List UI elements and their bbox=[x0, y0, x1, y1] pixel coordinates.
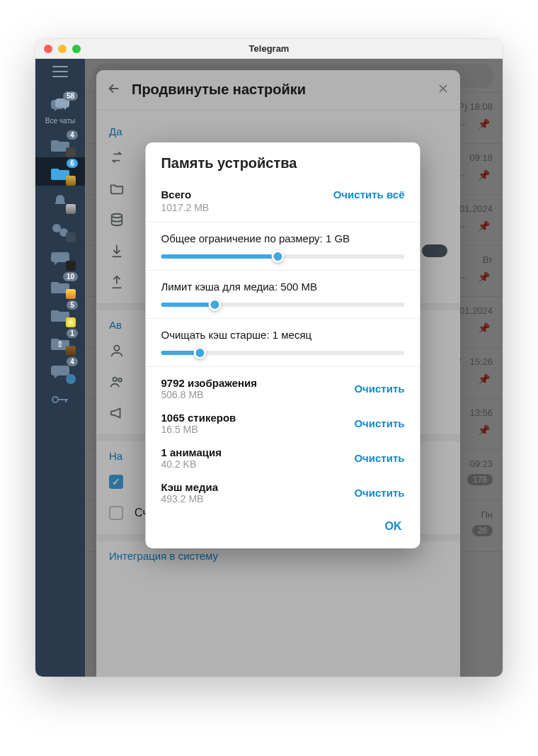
badge: 58 bbox=[63, 91, 78, 101]
badge: 4 bbox=[67, 357, 78, 366]
total-value: 1017.2 MB bbox=[161, 202, 209, 213]
clear-button[interactable]: Очистить bbox=[354, 417, 404, 429]
sidebar-item-label: Все чаты bbox=[45, 117, 75, 125]
ok-button[interactable]: OK bbox=[382, 516, 404, 537]
sidebar-folder-3[interactable] bbox=[35, 186, 85, 214]
badge: 4 bbox=[67, 130, 78, 140]
slider-label: Общее ограничение по размеру: 1 GB bbox=[161, 232, 404, 244]
folder-emoji-icon bbox=[66, 232, 76, 242]
cache-item: 1065 стикеров 16.5 MB Очистить bbox=[145, 406, 420, 441]
sidebar-folder-9[interactable]: 4 bbox=[35, 356, 85, 384]
storage-modal: Память устройства Всего 1017.2 MB Очисти… bbox=[145, 142, 420, 548]
svg-text:₿: ₿ bbox=[58, 340, 62, 348]
badge: 10 bbox=[63, 272, 78, 281]
badge: 5 bbox=[67, 300, 78, 310]
cache-item: 9792 изображения 506.8 MB Очистить bbox=[145, 371, 420, 406]
main-area: Поиск Р) 18:08 ыш... 📌 09:18 ала... 📌 6.… bbox=[85, 59, 503, 677]
cache-item-size: 40.2 KB bbox=[161, 458, 222, 470]
clear-all-button[interactable]: Очистить всё bbox=[333, 188, 405, 201]
folder-emoji-icon bbox=[66, 346, 76, 356]
cache-item-size: 16.5 MB bbox=[161, 424, 236, 435]
size-limit-slider[interactable] bbox=[161, 254, 404, 259]
svg-point-3 bbox=[52, 397, 58, 402]
cache-items-list: 9792 изображения 506.8 MB Очистить 1065 … bbox=[145, 367, 420, 510]
svg-rect-5 bbox=[65, 399, 67, 402]
folder-emoji-icon bbox=[66, 176, 76, 186]
media-cache-slider[interactable] bbox=[161, 303, 404, 307]
menu-button[interactable] bbox=[52, 66, 68, 77]
modal-title: Память устройства bbox=[145, 155, 420, 183]
sidebar-folder-10[interactable] bbox=[35, 384, 85, 402]
badge: 6 bbox=[67, 159, 78, 168]
total-label: Всего bbox=[161, 188, 209, 201]
sidebar-item-all-chats[interactable]: 58 Все чаты bbox=[35, 90, 85, 129]
cache-item-title: 1 анимация bbox=[161, 446, 222, 458]
cache-item-size: 506.8 MB bbox=[161, 389, 257, 400]
slider-label: Лимит кэша для медиа: 500 MB bbox=[161, 281, 404, 293]
cache-item-size: 493.2 MB bbox=[161, 493, 218, 504]
sidebar-folder-7[interactable]: 5 bbox=[35, 299, 85, 327]
svg-point-0 bbox=[52, 224, 61, 232]
slider-section: Лимит кэша для медиа: 500 MB bbox=[145, 271, 420, 319]
cache-item: 1 анимация 40.2 KB Очистить bbox=[145, 441, 420, 475]
sidebar-folder-2[interactable]: 6 bbox=[35, 157, 85, 186]
folder-emoji-icon bbox=[66, 374, 76, 384]
sidebar-folder-1[interactable]: 4 bbox=[35, 129, 85, 157]
cache-age-slider[interactable] bbox=[161, 351, 404, 355]
badge: 1 bbox=[67, 329, 78, 338]
sidebar-folder-5[interactable] bbox=[35, 242, 85, 271]
slider-section: Очищать кэш старше: 1 месяц bbox=[145, 319, 420, 367]
cache-item: Кэш медиа 493.2 MB Очистить bbox=[145, 475, 420, 510]
window-title: Telegram bbox=[35, 43, 503, 54]
folder-emoji-icon bbox=[66, 204, 76, 214]
app-window: Telegram 58 Все чаты 4 bbox=[35, 39, 503, 677]
sidebar-folder-6[interactable]: 10 bbox=[35, 271, 85, 299]
sidebar-folder-8[interactable]: ₿ 1 bbox=[35, 327, 85, 356]
folder-emoji-icon bbox=[66, 289, 76, 299]
clear-button[interactable]: Очистить bbox=[354, 452, 404, 464]
sidebar-folder-4[interactable] bbox=[35, 214, 85, 242]
total-row: Всего 1017.2 MB Очистить всё bbox=[145, 183, 420, 222]
slider-label: Очищать кэш старше: 1 месяц bbox=[161, 329, 404, 341]
sidebar: 58 Все чаты 4 6 bbox=[35, 59, 85, 677]
clear-button[interactable]: Очистить bbox=[354, 383, 404, 395]
slider-section: Общее ограничение по размеру: 1 GB bbox=[145, 222, 420, 271]
modal-footer: OK bbox=[145, 510, 420, 541]
cache-item-title: 1065 стикеров bbox=[161, 412, 236, 424]
titlebar: Telegram bbox=[35, 39, 503, 59]
clear-button[interactable]: Очистить bbox=[354, 487, 404, 499]
folder-emoji-icon bbox=[66, 147, 76, 157]
folder-emoji-icon bbox=[66, 261, 76, 271]
cache-item-title: Кэш медиа bbox=[161, 481, 218, 493]
key-icon bbox=[50, 391, 71, 402]
cache-item-title: 9792 изображения bbox=[161, 377, 257, 389]
folder-emoji-icon bbox=[66, 317, 76, 327]
